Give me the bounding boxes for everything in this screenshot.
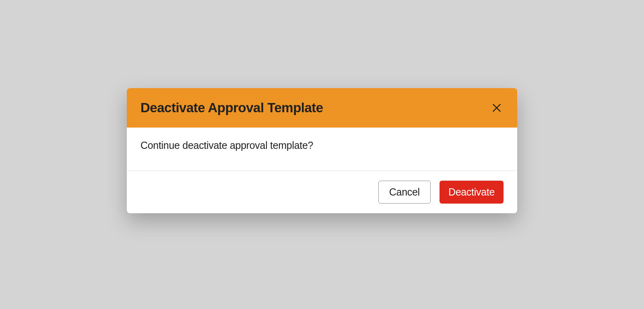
cancel-button[interactable]: Cancel xyxy=(378,181,431,204)
dialog-body: Continue deactivate approval template? xyxy=(127,128,517,171)
dialog-title: Deactivate Approval Template xyxy=(140,100,323,115)
close-icon xyxy=(491,103,502,113)
dialog-footer: Cancel Deactivate xyxy=(127,171,517,213)
deactivate-button[interactable]: Deactivate xyxy=(440,181,504,204)
dialog-header: Deactivate Approval Template xyxy=(127,88,517,128)
dialog-message: Continue deactivate approval template? xyxy=(140,140,504,151)
confirm-dialog: Deactivate Approval Template Continue de… xyxy=(127,88,517,213)
close-button[interactable] xyxy=(490,101,504,115)
